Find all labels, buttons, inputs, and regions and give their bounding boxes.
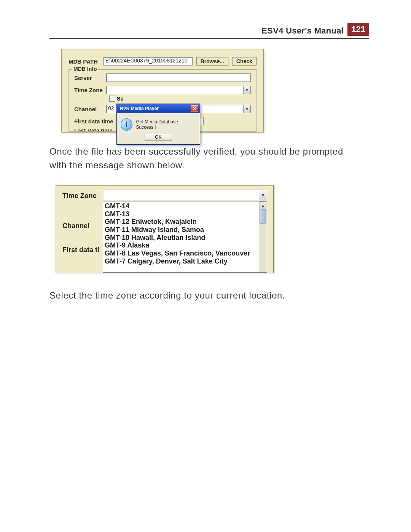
first-data-time-label: First data time bbox=[74, 118, 120, 125]
su-checkbox-label: Su bbox=[117, 96, 124, 102]
list-item[interactable]: GMT-14 bbox=[105, 202, 257, 210]
list-item[interactable]: GMT-8 Las Vegas, San Francisco, Vancouve… bbox=[105, 249, 257, 257]
timezone-combo[interactable]: ▼ bbox=[106, 86, 251, 94]
scroll-up-icon[interactable]: ▲ bbox=[260, 201, 266, 209]
scrollbar[interactable]: ▲ bbox=[259, 201, 267, 272]
list-item[interactable]: GMT-13 bbox=[105, 210, 257, 218]
list-item[interactable]: GMT-12 Eniwetok, Kwajalein bbox=[105, 218, 257, 226]
check-button[interactable]: Check bbox=[232, 57, 256, 66]
chevron-down-icon[interactable]: ▼ bbox=[244, 105, 251, 113]
server-label: Server bbox=[74, 75, 106, 81]
list-item[interactable]: GMT-11 Midway Island, Samoa bbox=[105, 226, 257, 234]
page-number: 121 bbox=[347, 23, 369, 36]
success-dialog: NVR Media Player ✕ i Get Media Database … bbox=[116, 104, 200, 145]
ok-button[interactable]: OK bbox=[145, 134, 172, 141]
timezone-options: GMT-14 GMT-13 GMT-12 Eniwetok, Kwajalein… bbox=[103, 201, 259, 272]
timezone-row: Time Zone ▼ bbox=[74, 86, 251, 94]
timezone-combo-2[interactable]: ▼ bbox=[103, 190, 267, 200]
manual-title: ESV4 User's Manual bbox=[261, 26, 344, 36]
mdb-path-input[interactable]: E:\00224EC00379_201008121210 bbox=[104, 57, 193, 66]
su-checkbox[interactable] bbox=[109, 96, 115, 102]
close-icon[interactable]: ✕ bbox=[191, 105, 198, 112]
checkbox-row: Su bbox=[109, 96, 251, 102]
server-input[interactable] bbox=[106, 73, 251, 82]
mdb-path-label: MDB PATH bbox=[68, 58, 104, 65]
list-item[interactable]: GMT-7 Calgary, Denver, Salt Lake City bbox=[105, 257, 257, 265]
dialog-title: NVR Media Player bbox=[120, 106, 159, 111]
info-icon: i bbox=[121, 118, 132, 131]
list-item[interactable]: GMT-10 Hawaii, Aleutian Island bbox=[105, 234, 257, 242]
server-row: Server bbox=[74, 73, 251, 82]
timezone-label-2: Time Zone bbox=[62, 192, 99, 200]
chevron-down-icon[interactable]: ▼ bbox=[259, 190, 267, 200]
chevron-down-icon[interactable]: ▼ bbox=[244, 86, 251, 94]
dialog-message: Get Media Database Success!! bbox=[136, 119, 196, 130]
timezone-listbox[interactable]: GMT-14 GMT-13 GMT-12 Eniwetok, Kwajalein… bbox=[103, 201, 267, 273]
last-data-time-label: Last data time bbox=[74, 129, 120, 131]
list-item[interactable]: GMT-9 Alaska bbox=[105, 241, 257, 249]
timezone-input[interactable] bbox=[106, 86, 244, 94]
mdb-path-row: MDB PATH E:\00224EC00379_201008121210 Br… bbox=[68, 57, 256, 66]
first-data-time-label-2: First data ti bbox=[62, 246, 99, 254]
paragraph-1: Once the file has been successfully veri… bbox=[49, 145, 362, 172]
paragraph-2: Select the time zone according to your c… bbox=[49, 289, 362, 302]
browse-button[interactable]: Browse... bbox=[196, 57, 228, 66]
screenshot-timezone-dropdown: Time Zone Channel First data ti ▼ GMT-14… bbox=[56, 185, 274, 273]
dialog-titlebar: NVR Media Player ✕ bbox=[117, 104, 200, 113]
mdb-info-legend: MDB Info bbox=[72, 66, 98, 72]
scroll-thumb[interactable] bbox=[260, 209, 266, 224]
channel-label-2: Channel bbox=[62, 222, 99, 230]
timezone-label: Time Zone bbox=[74, 87, 106, 93]
channel-label: Channel bbox=[74, 106, 106, 112]
screenshot-mdb-dialog: MDB PATH E:\00224EC00379_201008121210 Br… bbox=[61, 49, 264, 133]
page-header: ESV4 User's Manual 121 bbox=[49, 23, 369, 39]
